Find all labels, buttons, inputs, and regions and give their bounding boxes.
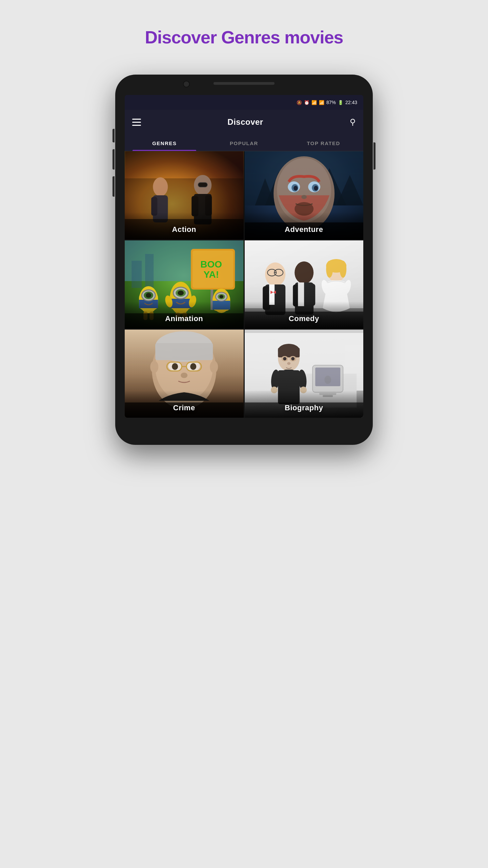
svg-point-2	[153, 177, 168, 196]
alarm-icon: ⏰	[304, 100, 309, 105]
svg-point-84	[340, 261, 346, 278]
page-title: Discover Genres movies	[145, 27, 343, 47]
svg-rect-107	[245, 330, 363, 333]
svg-rect-116	[278, 348, 300, 357]
mute-icon: 🔕	[297, 100, 302, 105]
menu-button[interactable]	[132, 119, 141, 126]
app-title: Discover	[227, 117, 263, 127]
wifi-icon: 📶	[311, 100, 317, 105]
svg-point-120	[291, 357, 294, 360]
svg-point-113	[324, 376, 331, 384]
genre-label-biography: Biography	[245, 403, 364, 412]
svg-rect-85	[330, 280, 342, 294]
phone-left-buttons	[113, 129, 115, 197]
svg-rect-93	[155, 343, 213, 360]
svg-point-83	[326, 261, 333, 278]
genre-card-adventure[interactable]: Adventure	[245, 151, 364, 239]
genre-card-crime[interactable]: Crime	[125, 330, 244, 418]
time-display: 22:43	[345, 100, 357, 105]
svg-point-26	[301, 195, 307, 199]
genre-label-animation: Animation	[125, 314, 244, 323]
svg-point-99	[172, 363, 178, 370]
svg-text:BOO: BOO	[200, 259, 222, 270]
svg-point-121	[287, 362, 290, 365]
tab-top-rated[interactable]: TOP RATED	[284, 134, 363, 151]
tab-popular[interactable]: POPULAR	[204, 134, 284, 151]
svg-rect-10	[198, 182, 207, 187]
svg-point-50	[178, 291, 184, 295]
genre-card-comedy[interactable]: Comedy	[245, 240, 364, 329]
status-bar: 🔕 ⏰ 📶 📶 87% 🔋 22:43	[125, 95, 363, 110]
status-icons: 🔕 ⏰ 📶 📶 87% 🔋 22:43	[297, 100, 357, 105]
svg-point-100	[190, 363, 196, 370]
search-button[interactable]: ⚲	[350, 117, 356, 127]
svg-point-44	[146, 293, 151, 298]
tab-genres[interactable]: GENRES	[125, 134, 204, 151]
svg-point-24	[293, 186, 298, 191]
genre-label-comedy: Comedy	[245, 314, 364, 323]
tabs-bar: GENRES POPULAR TOP RATED	[125, 134, 363, 151]
genre-label-crime: Crime	[125, 403, 244, 412]
svg-text:YA!: YA!	[203, 269, 219, 280]
phone-screen: 🔕 ⏰ 📶 📶 87% 🔋 22:43 Discover ⚲ GENRES PO…	[125, 95, 363, 418]
svg-point-25	[314, 186, 318, 191]
svg-rect-32	[145, 254, 154, 288]
genre-label-action: Action	[125, 225, 244, 234]
genre-card-biography[interactable]: Biography	[245, 330, 364, 418]
svg-point-103	[210, 361, 218, 373]
battery-icon: 🔋	[338, 100, 343, 105]
svg-point-101	[181, 373, 187, 378]
svg-point-76	[294, 261, 313, 284]
svg-point-119	[283, 357, 286, 360]
signal-icon: 📶	[319, 100, 324, 105]
svg-rect-124	[283, 370, 294, 375]
svg-point-102	[150, 361, 158, 373]
genre-label-adventure: Adventure	[245, 225, 364, 234]
genre-card-animation[interactable]: BOO YA!	[125, 240, 244, 329]
phone-frame: 🔕 ⏰ 📶 📶 87% 🔋 22:43 Discover ⚲ GENRES PO…	[115, 75, 373, 445]
genres-grid: Action	[125, 151, 363, 418]
battery-text: 87%	[326, 100, 336, 105]
svg-point-58	[219, 295, 223, 298]
genre-card-action[interactable]: Action	[125, 151, 244, 239]
svg-rect-31	[131, 261, 142, 288]
app-bar: Discover ⚲	[125, 110, 363, 134]
phone-camera	[183, 81, 190, 87]
